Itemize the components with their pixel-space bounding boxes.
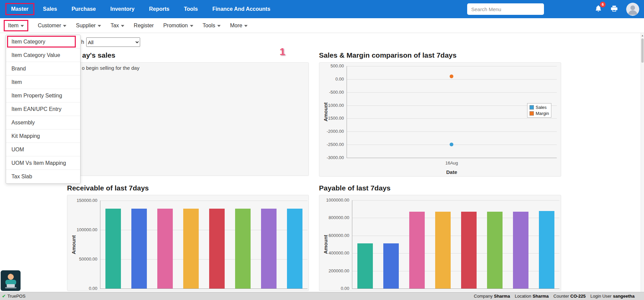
y-axis-tick-label: 800000.00 [319,215,349,220]
status-field-value: Sharma [494,294,510,299]
menubar-item-customer[interactable]: Customer [38,23,66,29]
legend-swatch [529,111,534,116]
status-field-label: Login User [590,294,612,299]
x-axis-line [347,158,557,158]
topnav-item-purchase[interactable]: Purchase [66,3,101,15]
chevron-down-icon [98,25,101,27]
item-menu-dropdown: Item CategoryItem Category ValueBrandIte… [6,35,80,184]
status-field-value: CO-225 [570,294,586,299]
y-axis-label: Amount [323,235,328,254]
chevron-down-icon [217,25,221,27]
filter-label-fragment: h [81,39,84,45]
bar-series-8 [287,209,302,289]
y-axis-tick-label: -500.00 [319,90,344,95]
chart-gridline [352,236,559,236]
payable-chart-title: Payable of last 7days [319,184,390,192]
topnav-items: MasterSalesPurchaseInventoryReportsTools… [5,3,279,15]
topnav-item-sales[interactable]: Sales [37,3,63,15]
legend-label: Margin [536,111,549,116]
chart-legend: SalesMargin [527,103,551,118]
menu-item-tax-slab[interactable]: Tax Slab [6,170,80,183]
status-field-location: LocationSharma [515,294,549,299]
menu-item-kit-mapping[interactable]: Kit Mapping [6,129,80,143]
print-button[interactable] [610,5,618,14]
x-axis-line [352,289,559,289]
menubar-item-label: Supplier [76,23,96,29]
menubar-item-tax[interactable]: Tax [110,23,124,29]
menubar-item-register[interactable]: Register [134,23,154,29]
legend-item-sales: Sales [529,105,549,110]
bar-series-6 [487,212,503,289]
menubar-item-promotion[interactable]: Promotion [163,23,193,29]
bar-series-4 [435,212,451,289]
menu-item-uom-vs-item-mapping[interactable]: UOM Vs Item Mapping [6,156,80,170]
topnav-item-inventory[interactable]: Inventory [104,3,140,15]
bar-series-3 [409,212,425,289]
scroll-up-button[interactable]: ▲ [641,34,644,38]
topnav-item-tools[interactable]: Tools [178,3,203,15]
status-field-label: Company [474,294,493,299]
topnav-item-finance-and-accounts[interactable]: Finance And Accounts [206,3,276,15]
menubar-item-tools[interactable]: Tools [203,23,221,29]
menu-item-item-category-value[interactable]: Item Category Value [6,49,80,62]
x-axis-tick-label: 16Aug [442,160,462,166]
menubar-item-label: Tax [110,23,119,29]
bar-series-1 [105,209,121,289]
y-axis-tick-label: -2500.00 [319,142,344,147]
topnav-item-master[interactable]: Master [5,3,34,15]
bar-series-2 [383,243,399,289]
sales-margin-chart: 500.000.00-500.00-1000.00-1500.00-2000.0… [319,62,561,177]
annotation-step-number: 1 [280,46,285,57]
vertical-scrollbar: ▲ [641,33,644,292]
menu-item-item-ean-upc-entry[interactable]: Item EAN/UPC Entry [6,102,80,116]
truepos-app: MasterSalesPurchaseInventoryReportsTools… [0,0,644,300]
bar-series-7 [513,212,528,289]
y-axis-tick-label: 500.00 [319,63,344,69]
menubar-item-supplier[interactable]: Supplier [76,23,101,29]
menu-item-item-category[interactable]: Item Category [6,35,80,49]
chevron-down-icon [21,25,24,27]
status-field-value: sangeetha [613,294,635,299]
menu-item-uom[interactable]: UOM [6,143,80,156]
menu-item-item-property-setting[interactable]: Item Property Setting [6,89,80,102]
notifications-button[interactable]: 6 [594,4,602,14]
legend-label: Sales [536,105,547,110]
legend-swatch [529,105,534,110]
bar-series-7 [261,209,277,289]
y-axis-tick-label: 0.00 [319,77,344,82]
menu-item-item[interactable]: Item [6,76,80,89]
chart-gridline [100,201,308,201]
y-axis-tick-label: 50000.00 [67,257,97,262]
menu-item-brand[interactable]: Brand [6,62,80,76]
chart-gridline [347,66,557,66]
chat-widget-avatar[interactable] [1,270,21,291]
y-axis-tick-label: 100000.00 [67,227,97,233]
menubar-item-item[interactable]: Item [4,20,28,31]
data-point-margin [450,74,453,78]
x-axis-line [100,289,308,289]
status-brand: ✔ TruePOS [2,294,26,299]
legend-item-margin: Margin [529,111,549,116]
menu-item-assembly[interactable]: Assembly [6,116,80,129]
menubar-items: ItemCustomerSupplierTaxRegisterPromotion… [7,20,257,31]
bar-series-2 [131,209,147,289]
topnav-item-reports[interactable]: Reports [143,3,175,15]
x-axis-label: Date [446,169,457,175]
menubar-item-more[interactable]: More [230,23,248,29]
y-axis-tick-label: 0.00 [319,286,349,291]
scrollbar-thumb[interactable] [641,38,644,63]
status-field-counter: CounterCO-225 [553,294,586,299]
filter-select[interactable]: All [86,37,140,47]
status-field-company: CompanySharma [474,294,510,299]
search-input[interactable] [467,3,544,15]
chart-gridline [347,118,557,119]
y-axis-line [352,200,352,289]
bar-series-1 [357,243,373,289]
brand-label: TruePOS [7,294,26,299]
user-avatar[interactable] [626,3,639,16]
chevron-down-icon [244,25,248,27]
payable-chart: 1000000.00800000.00600000.00400000.00200… [319,195,561,291]
y-axis-tick-label: 150000.00 [67,198,97,203]
chart-gridline [347,131,557,132]
chart-gridline [352,218,559,218]
